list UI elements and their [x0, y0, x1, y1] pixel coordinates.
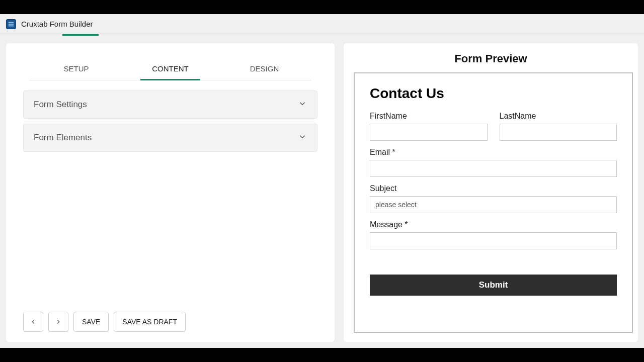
footer-buttons: SAVE SAVE AS DRAFT	[23, 312, 186, 332]
editor-tabs: SETUP CONTENT DESIGN	[29, 58, 311, 80]
subject-select[interactable]: please select	[370, 196, 617, 213]
prev-button[interactable]	[23, 312, 43, 332]
letterbox-bottom	[0, 348, 644, 362]
row-name: FirstName LastName	[370, 112, 617, 141]
email-input[interactable]	[370, 160, 617, 177]
tab-label: CONTENT	[152, 64, 189, 73]
field-email: Email *	[370, 148, 617, 177]
chevron-down-icon	[298, 132, 307, 143]
field-first-name: FirstName	[370, 112, 488, 141]
editor-panel: SETUP CONTENT DESIGN Form Settings Form …	[6, 43, 335, 342]
field-label: Subject	[370, 184, 617, 193]
tab-label: DESIGN	[250, 64, 279, 73]
accordion-title: Form Settings	[34, 100, 87, 110]
field-message: Message *	[370, 220, 617, 249]
preview-frame: Contact Us FirstName LastName Email *	[354, 72, 633, 333]
tab-design[interactable]: DESIGN	[217, 58, 311, 80]
save-as-draft-button[interactable]: SAVE AS DRAFT	[114, 312, 186, 332]
next-button[interactable]	[48, 312, 68, 332]
outer-tab-strip	[0, 34, 644, 43]
accordion-form-elements[interactable]: Form Elements	[23, 124, 317, 152]
first-name-input[interactable]	[370, 124, 488, 141]
accordion-title: Form Elements	[34, 133, 92, 143]
field-label: Email *	[370, 148, 617, 157]
chevron-left-icon	[30, 318, 37, 325]
message-input[interactable]	[370, 232, 617, 249]
field-label: Message *	[370, 220, 617, 229]
form-title: Contact Us	[370, 85, 617, 102]
svg-rect-1	[9, 24, 14, 25]
row-message: Message *	[370, 220, 617, 249]
row-email: Email *	[370, 148, 617, 177]
app-header: Cruxtab Form Builder	[0, 14, 644, 34]
letterbox-top	[0, 0, 644, 14]
tab-content[interactable]: CONTENT	[123, 58, 217, 80]
field-label: LastName	[500, 112, 617, 121]
svg-rect-2	[9, 25, 14, 26]
chevron-right-icon	[55, 318, 62, 325]
tab-setup[interactable]: SETUP	[29, 58, 123, 80]
app-logo-icon	[6, 19, 16, 29]
last-name-input[interactable]	[500, 124, 617, 141]
field-subject: Subject please select	[370, 184, 617, 213]
tab-label: SETUP	[63, 64, 89, 73]
preview-panel: Form Preview Contact Us FirstName LastNa…	[344, 43, 638, 342]
field-last-name: LastName	[500, 112, 617, 141]
save-button[interactable]: SAVE	[73, 312, 109, 332]
main-area: SETUP CONTENT DESIGN Form Settings Form …	[0, 43, 644, 348]
app-title: Cruxtab Form Builder	[21, 20, 93, 28]
row-subject: Subject please select	[370, 184, 617, 213]
preview-heading: Form Preview	[344, 52, 638, 65]
svg-rect-0	[9, 22, 14, 23]
submit-button[interactable]: Submit	[370, 275, 617, 296]
field-label: FirstName	[370, 112, 488, 121]
outer-active-tab-indicator	[62, 34, 99, 36]
accordion-form-settings[interactable]: Form Settings	[23, 90, 317, 119]
subject-select-placeholder: please select	[375, 201, 417, 209]
chevron-down-icon	[298, 99, 307, 110]
